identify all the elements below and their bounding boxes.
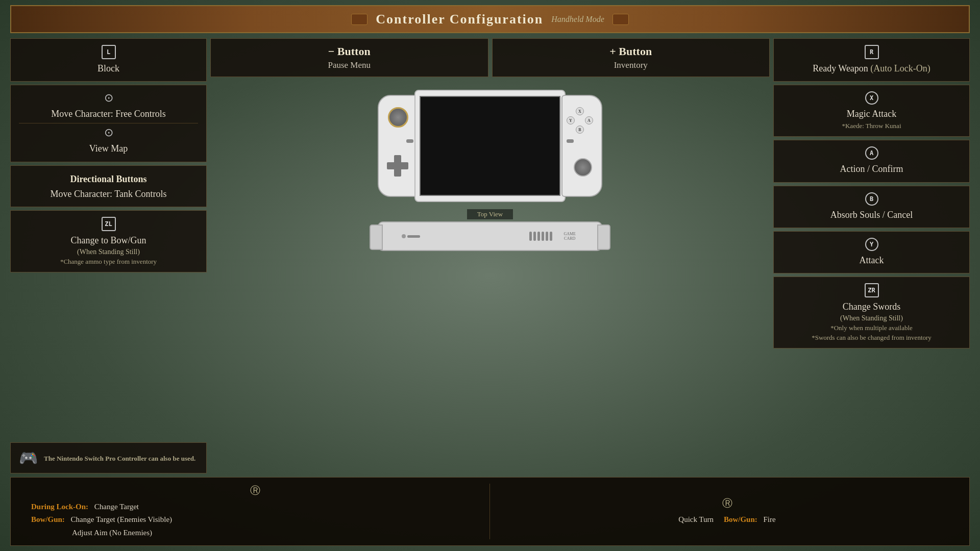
controller-icon: 🎮 xyxy=(19,449,38,467)
switch-body xyxy=(414,90,566,202)
x-panel: X Magic Attack *Kaede: Throw Kunai xyxy=(773,85,970,137)
abxy-group: X A B Y xyxy=(567,107,593,134)
bow-gun-line1: Bow/Gun: Change Target (Enemies Visible) xyxy=(31,513,479,527)
block-panel: L Block xyxy=(10,38,207,82)
top-right-grip xyxy=(597,224,610,250)
zr-label: Change Swords xyxy=(782,300,961,313)
left-stick xyxy=(388,107,408,128)
y-panel: Y Attack xyxy=(773,231,970,273)
directional-header: Directional Buttons xyxy=(19,174,198,185)
title-main: Controller Configuration xyxy=(376,12,543,27)
r-button-icon: R xyxy=(865,45,879,59)
b-button-icon: B xyxy=(865,192,878,206)
volume-controls xyxy=(402,234,420,238)
vol-slider xyxy=(407,235,420,238)
y-button: Y xyxy=(567,116,575,124)
zl-note: *Change ammo type from inventory xyxy=(19,258,198,266)
minus-button-action: Pause Menu xyxy=(221,60,478,70)
top-view-section: Top View GAMECAR xyxy=(210,209,770,251)
right-joycon: X A B Y xyxy=(561,95,602,197)
bottom-right-section: Ⓡ Quick Turn Bow/Gun: Fire xyxy=(490,484,954,540)
r-label: Ready Weapon (Auto Lock-On) xyxy=(782,62,961,75)
speaker-bar6 xyxy=(550,232,552,241)
left-stick-symbol: ⊙ xyxy=(19,91,198,105)
x-button: X xyxy=(576,107,584,115)
minus-button-panel: − Button Pause Menu xyxy=(210,38,488,77)
title-sub: Handheld Mode xyxy=(551,15,604,24)
right-panels: R Ready Weapon (Auto Lock-On) X Magic At… xyxy=(773,38,970,473)
b-panel: B Absorb Souls / Cancel xyxy=(773,186,970,228)
quick-turn-line: Quick Turn Bow/Gun: Fire xyxy=(678,513,775,527)
right-stick xyxy=(574,158,592,177)
a-panel: A Action / Confirm xyxy=(773,140,970,182)
zl-label: Change to Bow/Gun xyxy=(19,234,198,247)
bottom-left-section: Ⓡ During Lock-On: Change Target Bow/Gun:… xyxy=(26,484,490,540)
a-button-icon: A xyxy=(865,146,878,160)
speaker-area xyxy=(529,232,552,241)
left-stick-symbol2: ⊙ xyxy=(19,126,198,139)
switch-screen xyxy=(420,96,560,196)
zr-button-icon: ZR xyxy=(865,283,879,297)
x-label: Magic Attack xyxy=(782,108,961,120)
b-label: Absorb Souls / Cancel xyxy=(782,209,961,221)
minus-button xyxy=(406,139,413,143)
directional-label: Move Character: Tank Controls xyxy=(19,188,198,201)
plus-button-panel: + Button Inventory xyxy=(492,38,770,77)
top-view-bar: GAMECARD xyxy=(378,221,602,251)
speaker-bar4 xyxy=(542,232,544,241)
zl-button-icon: ZL xyxy=(102,217,116,231)
plus-button xyxy=(567,139,574,143)
r-stick-icon-left: Ⓡ xyxy=(31,484,479,497)
left-joycon xyxy=(378,95,419,197)
plus-button-label: + Button xyxy=(503,45,760,58)
speaker-bar5 xyxy=(546,232,548,241)
map-label: View Map xyxy=(19,142,198,155)
zl-sublabel: (When Standing Still) xyxy=(19,248,198,256)
zr-note1: *Only when multiple available xyxy=(782,324,961,332)
block-label: Block xyxy=(19,62,198,75)
zr-note2: *Swords can also be changed from invento… xyxy=(782,334,961,342)
center-top: − Button Pause Menu + Button Inventory xyxy=(210,38,770,77)
center-middle: X A B Y Top View xyxy=(210,81,770,473)
x-button-icon: X xyxy=(865,91,878,105)
a-label: Action / Confirm xyxy=(782,163,961,176)
top-left-grip xyxy=(370,224,383,250)
zr-panel: ZR Change Swords (When Standing Still) *… xyxy=(773,277,970,348)
minus-button-label: − Button xyxy=(221,45,478,58)
dpad xyxy=(387,155,408,177)
plus-button-action: Inventory xyxy=(503,60,760,70)
pro-controller-note: 🎮 The Nintendo Switch Pro Controller can… xyxy=(10,442,207,473)
zl-panel: ZL Change to Bow/Gun (When Standing Stil… xyxy=(10,210,207,272)
move-label: Move Character: Free Controls xyxy=(19,108,198,120)
left-panels: L Block ⊙ Move Character: Free Controls … xyxy=(10,38,207,473)
directional-panel: Directional Buttons Move Character: Tank… xyxy=(10,165,207,207)
y-button-icon: Y xyxy=(865,238,878,251)
lock-on-line: During Lock-On: Change Target xyxy=(31,500,479,514)
l-button-icon: L xyxy=(102,45,116,59)
bottom-panel: Ⓡ During Lock-On: Change Target Bow/Gun:… xyxy=(10,477,970,546)
b-button: B xyxy=(576,126,584,134)
speaker-bar2 xyxy=(533,232,536,241)
speaker-bar1 xyxy=(529,232,532,241)
zr-sublabel: (When Standing Still) xyxy=(782,314,961,322)
bow-gun-line2: Adjust Aim (No Enemies) xyxy=(31,527,479,540)
note-text: The Nintendo Switch Pro Controller can a… xyxy=(44,455,195,463)
y-label: Attack xyxy=(782,254,961,267)
switch-front-view: X A B Y xyxy=(378,85,602,207)
r-stick-icon-right: Ⓡ xyxy=(722,496,732,510)
game-card-slot: GAMECARD xyxy=(564,232,576,241)
top-view-label: Top View xyxy=(467,209,513,219)
page-layout: L Block ⊙ Move Character: Free Controls … xyxy=(10,38,970,546)
speaker-bar3 xyxy=(537,232,540,241)
title-bar: Controller Configuration Handheld Mode xyxy=(10,5,970,33)
vol-dot1 xyxy=(402,234,406,238)
r-panel: R Ready Weapon (Auto Lock-On) xyxy=(773,38,970,82)
a-button: A xyxy=(585,116,593,124)
x-note: *Kaede: Throw Kunai xyxy=(782,122,961,130)
move-panel: ⊙ Move Character: Free Controls ⊙ View M… xyxy=(10,85,207,162)
